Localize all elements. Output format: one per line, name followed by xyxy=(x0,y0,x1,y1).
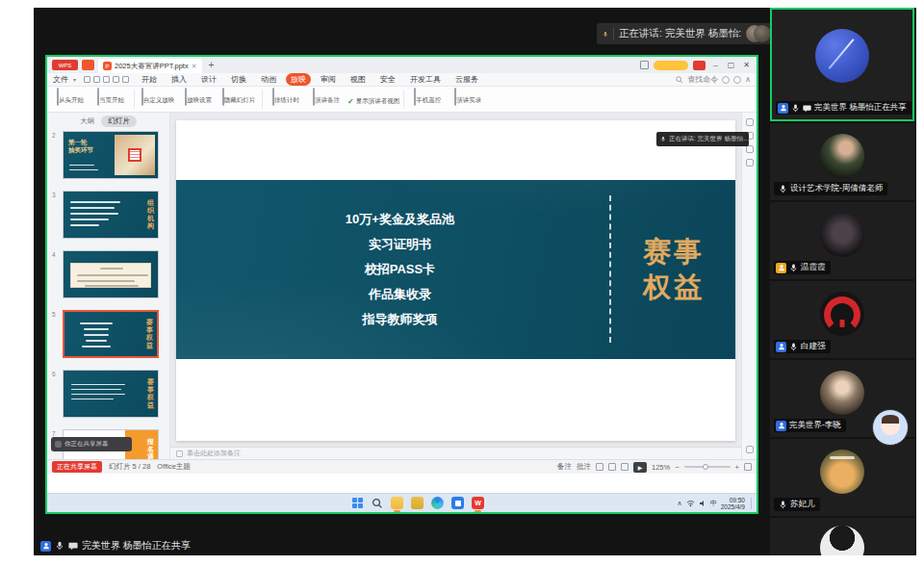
tab-animation[interactable]: 动画 xyxy=(256,73,281,86)
ime-indicator[interactable]: 中 xyxy=(710,499,717,508)
slides-tab[interactable]: 幻灯片 xyxy=(101,116,137,127)
wifi-icon[interactable] xyxy=(686,500,695,507)
document-tab[interactable]: P 2025大赛宣讲PPT.pptx ✕ xyxy=(98,59,202,73)
person-badge-icon xyxy=(778,103,788,114)
rehearse-button[interactable]: 排练计时 xyxy=(267,89,305,106)
close-tab-icon[interactable]: ✕ xyxy=(192,63,197,70)
minimize-icon[interactable]: – xyxy=(710,61,721,69)
slide-thumbnail-2[interactable]: 2 第一轮抽奖环节 xyxy=(47,131,169,179)
volume-icon[interactable] xyxy=(699,500,706,507)
tab-review[interactable]: 审阅 xyxy=(316,73,341,86)
file-menu[interactable]: 文件 xyxy=(53,74,68,85)
fit-slide-icon[interactable] xyxy=(744,463,752,471)
sorter-view-icon[interactable] xyxy=(608,463,616,471)
more-icon[interactable] xyxy=(746,446,754,453)
slide-thumbnail-3[interactable]: 3 组织机构 xyxy=(47,191,169,239)
presentation-record-button[interactable]: 演讲实录 xyxy=(449,89,487,106)
sync-icon[interactable] xyxy=(722,76,730,84)
mic-icon xyxy=(779,501,787,509)
slide-teal-band: 10万+奖金及奖品池 实习证明书 校招PASS卡 作品集收录 指导教师奖项 赛事 xyxy=(176,180,735,359)
notes-toggle[interactable]: 备注 xyxy=(557,462,572,472)
clock[interactable]: 09:50 2025/4/9 xyxy=(721,497,745,510)
participant-tile[interactable]: 苏妃儿 xyxy=(770,439,914,516)
undo-icon[interactable] xyxy=(113,76,119,83)
print-icon[interactable] xyxy=(93,76,100,83)
speaker-notes-button[interactable]: 演讲备注 xyxy=(307,89,346,106)
file-explorer-icon[interactable] xyxy=(391,497,403,509)
start-button[interactable] xyxy=(351,497,364,509)
play-from-start-button[interactable]: 从头开始 xyxy=(51,89,90,106)
tab-slideshow[interactable]: 放映 xyxy=(286,73,311,86)
zoom-slider[interactable] xyxy=(684,466,731,468)
wps-home-icon[interactable] xyxy=(82,60,94,70)
selection-pane-icon[interactable] xyxy=(746,145,754,153)
participant-tile-sharing[interactable]: 完美世界 杨墨怡正在共享 xyxy=(770,8,914,121)
collapse-ribbon-icon[interactable]: ∧ xyxy=(745,75,751,84)
redo-icon[interactable] xyxy=(122,76,129,83)
zoom-slider-knob[interactable] xyxy=(703,464,708,470)
tab-home[interactable]: 开始 xyxy=(137,73,162,86)
participant-tile[interactable] xyxy=(770,518,914,555)
slide-thumbnail-4[interactable]: 4 xyxy=(47,250,169,298)
collab-icon[interactable] xyxy=(733,76,741,84)
tab-view[interactable]: 视图 xyxy=(346,73,371,86)
toast-handle[interactable] xyxy=(55,441,62,448)
find-command-label[interactable]: 查找命令 xyxy=(687,74,718,85)
hide-slide-button[interactable]: 隐藏幻灯片 xyxy=(219,89,258,106)
tab-design[interactable]: 设计 xyxy=(196,73,221,86)
new-tab-button[interactable]: + xyxy=(209,60,215,70)
maximize-icon[interactable]: ▢ xyxy=(726,61,736,69)
tray-expand-icon[interactable]: ∧ xyxy=(678,500,682,507)
divider xyxy=(613,28,614,39)
show-settings-button[interactable]: 放映设置 xyxy=(179,89,218,106)
taskbar-search-icon[interactable] xyxy=(372,498,383,509)
help-icon[interactable] xyxy=(746,159,754,167)
apps-grid-icon[interactable] xyxy=(640,61,649,69)
folder-app-icon[interactable] xyxy=(411,497,424,509)
reading-view-icon[interactable] xyxy=(621,463,629,471)
search-icon[interactable] xyxy=(676,76,683,84)
notes-bar[interactable]: 单击此处添加备注 xyxy=(170,447,741,459)
meeting-app-icon[interactable] xyxy=(451,497,464,509)
save-icon[interactable] xyxy=(84,76,90,83)
phone-remote-button[interactable]: 手机遥控 xyxy=(408,89,447,106)
custom-show-button[interactable]: 自定义放映 xyxy=(139,89,177,106)
zoom-out-icon[interactable]: − xyxy=(675,463,679,472)
outline-tab[interactable]: 大纲 xyxy=(80,116,94,126)
wps-taskbar-icon[interactable]: W xyxy=(472,497,484,509)
tab-insert[interactable]: 插入 xyxy=(167,73,192,86)
zoom-in-icon[interactable]: + xyxy=(735,463,739,472)
person-badge-icon xyxy=(40,541,51,552)
close-icon[interactable]: ✕ xyxy=(741,61,752,69)
normal-view-icon[interactable] xyxy=(596,463,603,471)
edge-browser-icon[interactable] xyxy=(431,497,444,509)
current-slide[interactable]: 10万+奖金及奖品池 实习证明书 校招PASS卡 作品集收录 指导教师奖项 赛事 xyxy=(176,120,735,441)
slide-thumbnail-6[interactable]: 6 赛事权益 xyxy=(47,370,169,418)
comments-toggle[interactable]: 批注 xyxy=(577,462,591,472)
properties-icon[interactable] xyxy=(746,118,754,126)
tab-transition[interactable]: 切换 xyxy=(226,73,251,86)
avatar xyxy=(815,29,869,83)
tab-cloud[interactable]: 云服务 xyxy=(450,73,483,86)
tab-security[interactable]: 安全 xyxy=(375,73,400,86)
play-from-current-button[interactable]: 当页开始 xyxy=(91,89,130,106)
voice-icon xyxy=(603,30,608,39)
participant-tile[interactable]: 温霞霞 xyxy=(770,202,914,279)
zoom-level[interactable]: 125% xyxy=(652,463,670,472)
promo-badge[interactable] xyxy=(654,61,688,70)
theme-name: Office主题 xyxy=(157,462,190,472)
promo-tag[interactable] xyxy=(693,61,706,70)
slide-thumbnail-5-selected[interactable]: 5 赛事权益 xyxy=(47,310,169,358)
notes-icon xyxy=(176,450,183,457)
floating-avatar-bubble[interactable] xyxy=(872,409,909,446)
file-caret-icon: ▾ xyxy=(73,76,76,83)
presenter-view-checkbox[interactable]: ✓显示演讲者视图 xyxy=(347,97,399,106)
preview-icon[interactable] xyxy=(103,76,110,83)
participant-tile[interactable]: 白建强 xyxy=(770,281,914,358)
wps-logo[interactable]: WPS xyxy=(52,60,78,70)
participant-tile[interactable]: 设计艺术学院-周倩倩老师 xyxy=(770,123,914,200)
document-title: 2025大赛宣讲PPT.pptx xyxy=(115,62,189,71)
show-desktop-button[interactable] xyxy=(751,498,753,509)
tab-devtools[interactable]: 开发工具 xyxy=(405,73,446,86)
slideshow-play-button[interactable]: ▶ xyxy=(633,462,647,473)
